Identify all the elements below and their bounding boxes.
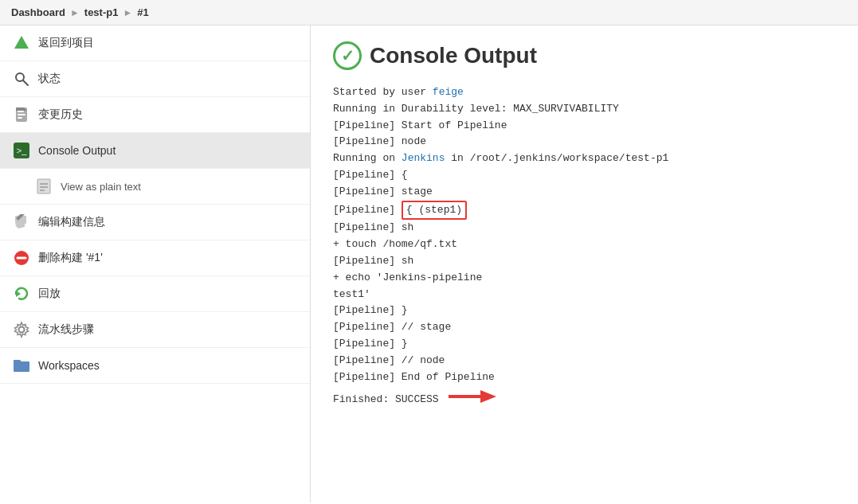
line5-link[interactable]: Jenkins (402, 152, 445, 164)
sidebar-item-back-to-project[interactable]: 返回到项目 (0, 25, 310, 61)
sidebar-item-edit-build-info[interactable]: 编辑构建信息 (0, 205, 310, 240)
svg-marker-17 (16, 291, 21, 297)
console-output-area: Started by user feige Running in Durabil… (333, 84, 836, 414)
page-title: ✓ Console Output (333, 41, 836, 70)
breadcrumb-dashboard[interactable]: Dashboard (11, 6, 65, 18)
line11-text: [Pipeline] sh (333, 255, 413, 267)
line8-prefix: [Pipeline] (333, 204, 402, 216)
console-line-4: [Pipeline] node (333, 134, 836, 150)
svg-marker-0 (14, 36, 29, 49)
console-line-19: Finished: SUCCESS (333, 385, 836, 414)
sidebar-item-delete-build[interactable]: 删除构建 '#1' (0, 240, 310, 276)
console-line-16: [Pipeline] } (333, 336, 836, 353)
pencil-icon (13, 213, 30, 231)
gear-icon (13, 321, 30, 338)
layout: 返回到项目 状态 变更历史 (0, 25, 858, 502)
sidebar-item-workspaces[interactable]: Workspaces (0, 348, 310, 384)
sidebar-label-pipeline-steps: 流水线步骤 (38, 322, 94, 337)
success-check-icon: ✓ (333, 41, 362, 70)
up-arrow-icon (13, 34, 30, 52)
line5-rest: in /root/.jenkins/workspace/test-p1 (445, 152, 668, 164)
svg-line-2 (23, 80, 28, 85)
breadcrumb-sep-2: ► (123, 7, 132, 18)
console-line-11: [Pipeline] sh (333, 253, 836, 270)
sidebar-label-back-to-project: 返回到项目 (38, 36, 94, 50)
line7-text: [Pipeline] stage (333, 186, 433, 197)
line18-text: [Pipeline] End of Pipeline (333, 371, 495, 383)
magnify-icon (13, 70, 30, 88)
sidebar-label-replay: 回放 (38, 287, 61, 301)
line19-text: Finished: SUCCESS (333, 392, 439, 408)
line17-text: [Pipeline] // node (333, 354, 445, 366)
no-icon (13, 249, 30, 267)
sidebar-label-delete-build: 删除构建 '#1' (38, 251, 103, 265)
folder-icon (13, 357, 30, 374)
sidebar-item-pipeline-steps[interactable]: 流水线步骤 (0, 312, 310, 348)
sidebar-label-console-output: Console Output (38, 144, 116, 157)
line4-text: [Pipeline] node (333, 135, 426, 147)
console-line-8: [Pipeline] { (step1) (333, 201, 836, 221)
line16-text: [Pipeline] } (333, 338, 408, 350)
console-line-18: [Pipeline] End of Pipeline (333, 369, 836, 386)
console-output-title: Console Output (370, 43, 537, 68)
page-icon (35, 178, 53, 195)
sidebar-item-status[interactable]: 状态 (0, 61, 310, 97)
sidebar-label-workspaces: Workspaces (38, 359, 100, 372)
breadcrumb: Dashboard ► test-p1 ► #1 (0, 0, 858, 25)
sidebar-label-edit-build-info: 编辑构建信息 (38, 215, 105, 229)
sidebar-label-status: 状态 (38, 72, 61, 86)
console-line-5: Running on Jenkins in /root/.jenkins/wor… (333, 150, 836, 167)
sidebar-label-change-history: 变更历史 (38, 107, 83, 122)
breadcrumb-build[interactable]: #1 (137, 6, 148, 18)
console-line-9: [Pipeline] sh (333, 220, 836, 236)
step1-highlight: { (step1) (402, 201, 467, 221)
doc-icon (13, 106, 30, 123)
svg-rect-5 (18, 114, 25, 115)
line1-link[interactable]: feige (433, 86, 464, 98)
line3-text: [Pipeline] Start of Pipeline (333, 119, 507, 131)
sidebar-item-view-plain-text[interactable]: View as plain text (0, 169, 310, 205)
replay-icon (13, 285, 30, 303)
svg-point-18 (19, 327, 25, 333)
line2-text: Running in Durability level: MAX_SURVIVA… (333, 103, 619, 115)
console-line-12: + echo 'Jenkins-pipeline (333, 270, 836, 287)
svg-marker-20 (480, 390, 496, 403)
main-content: ✓ Console Output Started by user feige R… (311, 25, 858, 502)
sidebar-label-view-plain-text: View as plain text (61, 181, 141, 193)
line15-text: [Pipeline] // stage (333, 321, 451, 333)
console-line-3: [Pipeline] Start of Pipeline (333, 118, 836, 135)
line9-text: [Pipeline] sh (333, 221, 413, 233)
console-line-15: [Pipeline] // stage (333, 319, 836, 336)
svg-rect-6 (18, 117, 22, 119)
line14-text: [Pipeline] } (333, 304, 408, 316)
breadcrumb-sep-1: ► (70, 7, 80, 18)
console-line-2: Running in Durability level: MAX_SURVIVA… (333, 101, 836, 118)
sidebar: 返回到项目 状态 变更历史 (0, 25, 311, 502)
terminal-icon: >_ (13, 142, 30, 159)
line5-text: Running on (333, 152, 402, 164)
red-arrow-icon (449, 385, 496, 414)
console-line-7: [Pipeline] stage (333, 184, 836, 201)
breadcrumb-project[interactable]: test-p1 (84, 6, 119, 18)
console-line-6: [Pipeline] { (333, 167, 836, 184)
line10-text: + touch /home/qf.txt (333, 238, 457, 250)
sidebar-item-change-history[interactable]: 变更历史 (0, 97, 310, 133)
console-line-10: + touch /home/qf.txt (333, 236, 836, 253)
line6-text: [Pipeline] { (333, 169, 408, 181)
console-line-17: [Pipeline] // node (333, 353, 836, 369)
console-line-13: test1' (333, 287, 836, 303)
line12-text: + echo 'Jenkins-pipeline (333, 272, 482, 283)
line1-text: Started by user (333, 86, 433, 98)
svg-rect-4 (18, 111, 24, 112)
line13-text: test1' (333, 288, 370, 300)
sidebar-item-console-output[interactable]: >_ Console Output (0, 133, 310, 169)
sidebar-item-replay[interactable]: 回放 (0, 276, 310, 312)
console-line-1: Started by user feige (333, 84, 836, 101)
console-line-14: [Pipeline] } (333, 303, 836, 319)
svg-rect-8 (37, 179, 50, 193)
